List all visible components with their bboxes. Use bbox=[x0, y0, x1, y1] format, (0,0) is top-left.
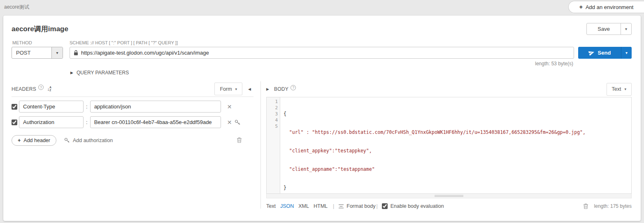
header-separator: : bbox=[86, 119, 88, 125]
delete-all-headers-button[interactable] bbox=[237, 137, 242, 144]
key-icon[interactable] bbox=[235, 120, 240, 125]
plus-icon: + bbox=[18, 138, 21, 143]
lock-icon bbox=[74, 50, 78, 55]
line-number: 1 bbox=[267, 99, 280, 105]
method-value: POST bbox=[12, 47, 51, 58]
line-number: 2 bbox=[267, 105, 280, 111]
body-length-text: length: 175 bytes bbox=[594, 203, 632, 209]
sort-headers-icon[interactable]: ↓ AZ bbox=[47, 86, 51, 92]
query-parameters-label: QUERY PARAMETERS bbox=[77, 70, 129, 76]
line-number-gutter: 1 2 3 4 5 bbox=[267, 97, 280, 193]
code-line: "client_appkey":"testappkey", bbox=[284, 148, 631, 154]
method-select[interactable]: POST ▾ bbox=[12, 47, 63, 59]
plus-icon: + bbox=[579, 4, 583, 10]
header-row: : ✕ bbox=[12, 101, 253, 113]
headers-form-label: Form bbox=[220, 86, 232, 92]
request-title: aecore调用image bbox=[12, 24, 68, 34]
paper-plane-icon bbox=[588, 50, 595, 56]
header-separator: : bbox=[86, 103, 88, 110]
add-environment-label: Add an environment bbox=[586, 4, 633, 10]
code-line: "client_appname":"testappname" bbox=[284, 166, 631, 172]
editor-resize-handle[interactable] bbox=[266, 194, 632, 198]
request-panel: aecore调用image Save ▾ METHOD SCHEME :// H… bbox=[3, 16, 641, 221]
headers-section-label: HEADERS bbox=[12, 86, 36, 92]
headers-form-dropdown[interactable]: Form ▾ bbox=[214, 83, 242, 95]
send-dropdown-toggle[interactable]: ▾ bbox=[621, 47, 632, 59]
format-body-button[interactable]: Format body bbox=[338, 203, 375, 209]
trash-icon[interactable] bbox=[583, 203, 588, 209]
add-header-label: Add header bbox=[23, 138, 50, 143]
body-editor: 1 2 3 4 5 { "url" : "https://ss0.bdstati… bbox=[266, 97, 632, 194]
format-lines-icon bbox=[338, 204, 344, 209]
save-button[interactable]: Save bbox=[587, 23, 621, 34]
chevron-right-icon: ▶ bbox=[70, 71, 73, 75]
send-label: Send bbox=[598, 50, 611, 56]
code-line: "url" : "https://ss0.bdstatic.com/70cFvH… bbox=[284, 129, 631, 136]
url-length-text: length: 53 byte(s) bbox=[12, 61, 573, 67]
code-line: } bbox=[284, 185, 631, 191]
tab-xml[interactable]: XML bbox=[298, 203, 309, 209]
tab-text[interactable]: Text bbox=[266, 203, 276, 209]
line-number: 5 bbox=[267, 123, 280, 129]
evaluation-label: Enable body evaluation bbox=[391, 203, 444, 209]
body-type-label: Text bbox=[612, 86, 621, 92]
query-parameters-toggle[interactable]: ▶ QUERY PARAMETERS bbox=[70, 70, 632, 76]
tab-json[interactable]: JSON bbox=[280, 203, 294, 209]
collapse-left-panel-icon[interactable]: ◀ bbox=[246, 85, 253, 93]
send-button[interactable]: Send bbox=[578, 47, 621, 59]
header-row: : ✕ bbox=[12, 116, 253, 128]
header-name-input[interactable] bbox=[19, 116, 84, 128]
body-code-area[interactable]: { "url" : "https://ss0.bdstatic.com/70cF… bbox=[280, 97, 631, 193]
separator: | bbox=[333, 203, 334, 209]
method-label: METHOD bbox=[12, 40, 70, 45]
chevron-down-icon: ▾ bbox=[235, 87, 237, 91]
header-enabled-checkbox[interactable] bbox=[12, 120, 17, 125]
grip-icon bbox=[435, 194, 463, 198]
send-split-button: Send ▾ bbox=[578, 47, 632, 59]
chevron-down-icon: ▾ bbox=[625, 27, 627, 31]
line-number: 3 bbox=[267, 111, 280, 117]
chevron-down-icon: ▾ bbox=[625, 51, 628, 55]
help-icon[interactable]: ? bbox=[291, 85, 296, 90]
headers-panel: HEADERS ? ↓ AZ Form ▾ ◀ : ✕ bbox=[12, 81, 253, 212]
url-field-wrapper bbox=[70, 47, 574, 59]
body-section-label: BODY bbox=[274, 86, 288, 92]
code-line: { bbox=[284, 111, 631, 117]
header-value-input[interactable] bbox=[90, 101, 221, 113]
enable-body-evaluation-toggle[interactable]: Enable body evaluation bbox=[382, 203, 444, 209]
body-panel: ▶ BODY ? Text ▾ 1 2 3 4 5 { bbox=[261, 81, 632, 212]
collapse-right-panel-icon[interactable]: ▶ bbox=[266, 85, 272, 93]
add-authorization-label: Add authorization bbox=[73, 138, 113, 143]
add-authorization-button[interactable]: Add authorization bbox=[64, 138, 113, 143]
tab-html[interactable]: HTML bbox=[314, 203, 328, 209]
chevron-down-icon: ▾ bbox=[51, 47, 63, 58]
url-input[interactable] bbox=[81, 50, 574, 56]
chevron-down-icon: ▾ bbox=[624, 87, 626, 91]
delete-header-icon[interactable]: ✕ bbox=[227, 103, 232, 110]
line-number: 4 bbox=[267, 117, 280, 123]
delete-header-icon[interactable]: ✕ bbox=[227, 119, 232, 126]
add-environment-button[interactable]: + Add an environment bbox=[568, 1, 644, 13]
header-value-input[interactable] bbox=[90, 116, 221, 128]
scheme-label: SCHEME :// HOST [ ":" PORT ] [ PATH [ "?… bbox=[70, 40, 570, 45]
add-header-button[interactable]: + Add header bbox=[12, 135, 56, 146]
header-enabled-checkbox[interactable] bbox=[12, 104, 17, 110]
trash-icon bbox=[237, 137, 242, 143]
save-dropdown-toggle[interactable]: ▾ bbox=[621, 23, 631, 34]
help-icon[interactable]: ? bbox=[38, 85, 44, 90]
body-type-dropdown[interactable]: Text ▾ bbox=[607, 83, 632, 96]
evaluation-checkbox[interactable] bbox=[382, 203, 388, 209]
separator: | bbox=[376, 203, 377, 209]
top-bar: aecore测试 + Add an environment bbox=[0, 0, 644, 14]
save-split-button: Save ▾ bbox=[586, 23, 632, 35]
project-breadcrumb: aecore测试 bbox=[4, 4, 29, 11]
key-icon bbox=[64, 138, 70, 143]
header-name-input[interactable] bbox=[19, 101, 84, 113]
format-body-label: Format body bbox=[346, 203, 375, 209]
